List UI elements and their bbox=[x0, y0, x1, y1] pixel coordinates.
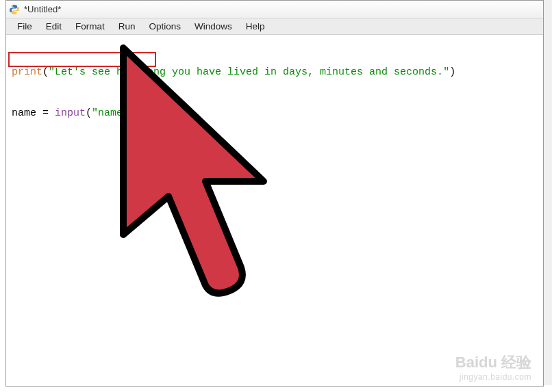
token-identifier: name bbox=[12, 107, 36, 119]
token-builtin: input bbox=[55, 107, 86, 119]
window-title: *Untitled* bbox=[24, 4, 61, 14]
token-paren-open: ( bbox=[42, 66, 49, 78]
watermark: Baidu 经验 jingyan.baidu.com bbox=[455, 354, 531, 382]
title-bar: *Untitled* bbox=[6, 1, 543, 18]
menu-windows[interactable]: Windows bbox=[188, 20, 239, 33]
watermark-sub-text: jingyan.baidu.com bbox=[455, 372, 531, 382]
vertical-scrollbar-gutter[interactable] bbox=[544, 0, 552, 385]
menu-file[interactable]: File bbox=[10, 20, 39, 33]
token-operator: = bbox=[36, 107, 55, 119]
menu-edit[interactable]: Edit bbox=[39, 20, 68, 33]
menu-format[interactable]: Format bbox=[68, 20, 112, 33]
token-paren-close: ) bbox=[449, 66, 455, 78]
menu-run[interactable]: Run bbox=[112, 20, 142, 33]
python-idle-icon bbox=[9, 4, 20, 15]
svg-point-0 bbox=[12, 5, 13, 7]
menu-options[interactable]: Options bbox=[142, 20, 188, 33]
menu-help[interactable]: Help bbox=[239, 20, 272, 33]
svg-point-1 bbox=[16, 12, 17, 14]
annotation-arrow-cursor-icon bbox=[110, 44, 288, 298]
token-paren-open: ( bbox=[86, 107, 92, 119]
token-function: print bbox=[12, 66, 42, 78]
watermark-main-text: Baidu 经验 bbox=[455, 354, 531, 371]
menu-bar: File Edit Format Run Options Windows Hel… bbox=[6, 18, 543, 35]
